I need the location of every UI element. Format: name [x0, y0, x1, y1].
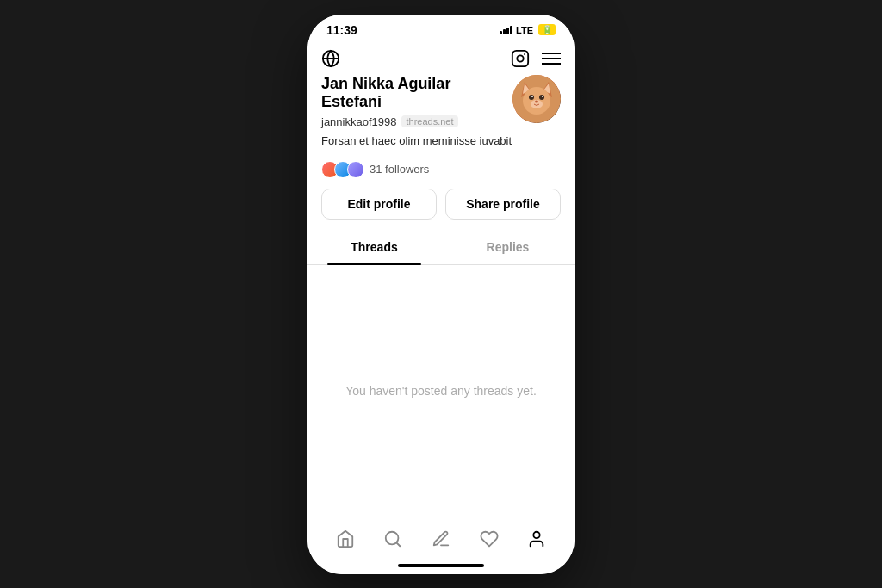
content-area: You haven't posted any threads yet. [307, 265, 575, 517]
profile-username: jannikkaof1998 [321, 115, 396, 128]
profile-domain: threads.net [401, 115, 457, 127]
globe-icon[interactable] [321, 49, 340, 68]
profile-info: Jan Nikka Aguilar Estefani jannikkaof199… [321, 75, 512, 156]
top-nav-right [511, 49, 561, 68]
profile-username-row: jannikkaof1998 threads.net [321, 115, 512, 128]
svg-point-22 [534, 531, 540, 537]
battery-icon: 🔋 [538, 24, 556, 35]
home-bar [398, 564, 484, 567]
svg-point-15 [539, 95, 544, 100]
bottom-nav-search[interactable] [375, 526, 411, 552]
svg-point-14 [529, 95, 534, 100]
avatar [512, 75, 561, 123]
home-indicator [307, 557, 575, 574]
bottom-nav-compose[interactable] [423, 526, 459, 552]
bottom-nav-activity[interactable] [471, 526, 507, 552]
svg-rect-2 [512, 50, 528, 65]
bottom-nav-home[interactable] [327, 526, 363, 552]
svg-line-21 [397, 542, 401, 546]
svg-point-3 [517, 55, 523, 61]
tab-replies[interactable]: Replies [441, 230, 575, 264]
follower-avatars [321, 161, 364, 178]
lte-label: LTE [516, 25, 533, 35]
signal-bars-icon [500, 26, 512, 34]
avatar-image [512, 75, 561, 123]
follower-avatar-3 [347, 161, 364, 178]
menu-icon[interactable] [542, 52, 561, 65]
profile-header: Jan Nikka Aguilar Estefani jannikkaof199… [321, 75, 561, 156]
tabs: Threads Replies [307, 230, 575, 265]
phone-frame: 11:39 LTE 🔋 [307, 15, 575, 574]
followers-row[interactable]: 31 followers [321, 161, 561, 178]
profile-section: Jan Nikka Aguilar Estefani jannikkaof199… [307, 75, 575, 230]
status-icons: LTE 🔋 [500, 24, 556, 35]
empty-threads-message: You haven't posted any threads yet. [345, 384, 537, 398]
profile-bio: Forsan et haec olim meminisse iuvabit [321, 133, 512, 149]
followers-count: 31 followers [370, 163, 429, 176]
bottom-nav [307, 517, 575, 557]
svg-point-17 [542, 96, 543, 97]
bottom-nav-profile[interactable] [519, 526, 555, 552]
status-bar: 11:39 LTE 🔋 [307, 15, 575, 42]
share-profile-button[interactable]: Share profile [445, 189, 561, 220]
profile-name: Jan Nikka Aguilar Estefani [321, 75, 512, 112]
tab-threads[interactable]: Threads [307, 230, 441, 264]
instagram-icon[interactable] [511, 49, 530, 68]
svg-point-4 [524, 53, 525, 55]
svg-point-19 [535, 100, 538, 102]
action-buttons: Edit profile Share profile [321, 189, 561, 220]
status-time: 11:39 [326, 23, 357, 37]
top-nav [307, 42, 575, 75]
edit-profile-button[interactable]: Edit profile [321, 189, 437, 220]
svg-point-16 [531, 96, 533, 97]
